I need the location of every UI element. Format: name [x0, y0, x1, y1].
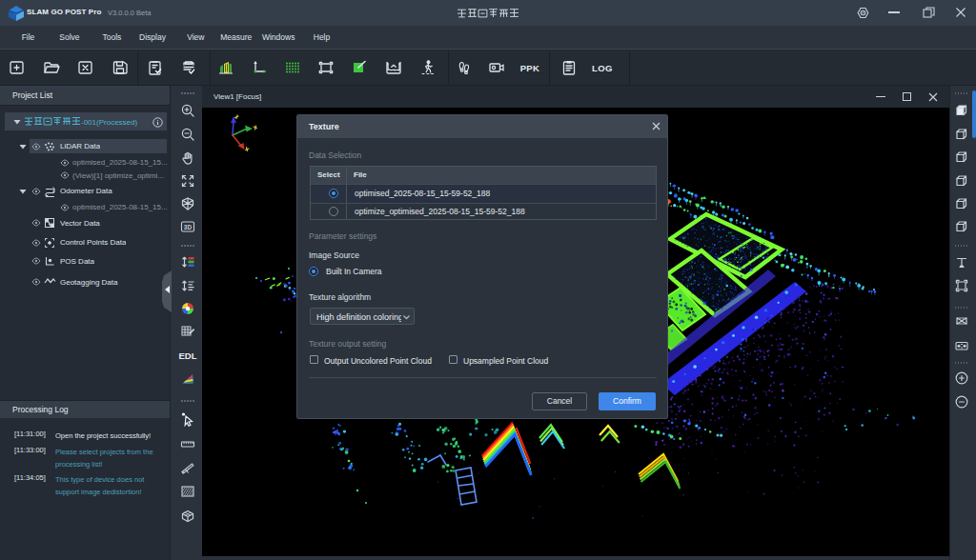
- svg-text:EDL: EDL: [179, 350, 197, 361]
- svg-text:3D: 3D: [184, 224, 193, 230]
